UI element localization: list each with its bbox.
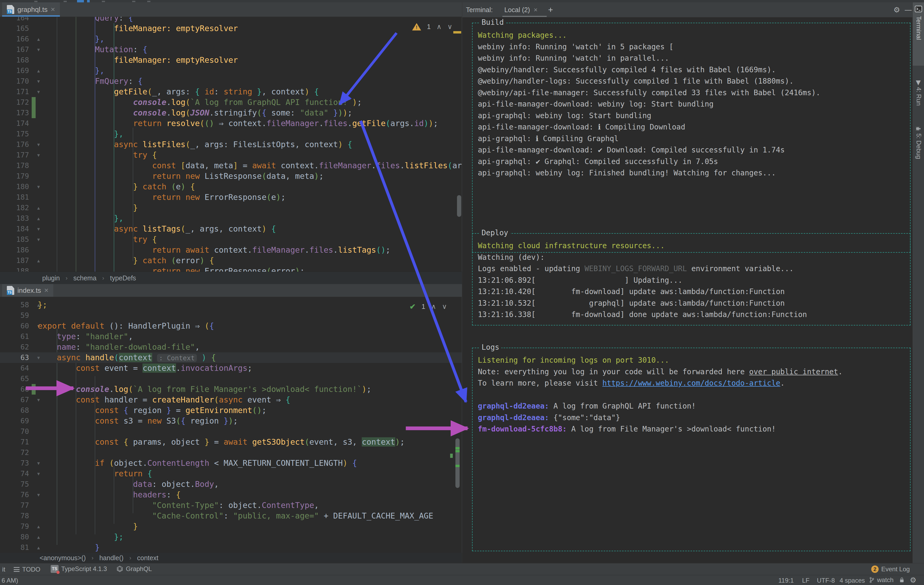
next-problem-icon[interactable]: ∨ <box>442 303 447 311</box>
close-icon[interactable]: × <box>534 6 538 14</box>
line-number: 173 <box>0 108 29 118</box>
text-token <box>38 458 95 468</box>
code-line-183[interactable]: 183▴ }, <box>0 213 462 224</box>
logs-log[interactable]: Listening for incoming logs on port 3010… <box>473 348 910 551</box>
editor-graphql-ts[interactable]: 164 Query: {165 fileManager: emptyResolv… <box>0 17 462 272</box>
code-line-66[interactable]: 66 console.log(`A log from File Manager'… <box>0 384 462 395</box>
editor-index-ts[interactable]: 58▴};5960▾export default (): HandlerPlug… <box>0 297 462 553</box>
terminal-line <box>478 389 910 400</box>
line-separator[interactable]: LF <box>802 577 810 584</box>
code-line-67[interactable]: 67▾ const handler = createHandler(async … <box>0 395 462 405</box>
build-log[interactable]: Watching packages...webiny info: Running… <box>473 23 910 252</box>
close-icon[interactable]: × <box>51 5 55 14</box>
code-line-176[interactable]: 176▾ async listFiles(_, args: FilesListO… <box>0 139 462 150</box>
code-line-72[interactable]: 72 <box>0 447 462 458</box>
close-icon[interactable]: × <box>45 286 49 295</box>
code-line-177[interactable]: 177▾ try { <box>0 150 462 160</box>
code-line-182[interactable]: 182▴ } <box>0 203 462 213</box>
file-encoding[interactable]: UTF-8 <box>817 577 835 584</box>
code-line-75[interactable]: 75 data: object.Body, <box>0 479 462 489</box>
code-line-181[interactable]: 181 return new ErrorResponse(e); <box>0 192 462 203</box>
event-log-button[interactable]: 2 Event Log <box>871 565 910 573</box>
text-token <box>38 97 133 107</box>
code-line-73[interactable]: 73▾ if (object.ContentLength < MAX_RETUR… <box>0 458 462 468</box>
code-line-179[interactable]: 179 return new ListResponse(data, meta); <box>0 171 462 181</box>
typescript-service-button[interactable]: TS TypeScript 4.1.3 <box>51 565 107 573</box>
code-line-187[interactable]: 187▴ } catch (error) { <box>0 255 462 266</box>
breadcrumb-item[interactable]: <anonymous>() <box>40 554 86 562</box>
code-line-77[interactable]: 77 "Content-Type": object.ContentType, <box>0 500 462 511</box>
terminal-tab-local[interactable]: Local (2) <box>504 6 530 14</box>
settings-gear-icon[interactable]: ⚙ <box>910 576 916 585</box>
code-line-62[interactable]: 62 name: "handler-download-file", <box>0 342 462 353</box>
text-token: Body <box>195 480 214 489</box>
code-line-65[interactable]: 65 <box>0 374 462 384</box>
code-line-172[interactable]: 172 console.log(`A log from GraphQL API … <box>0 97 462 108</box>
code-line-173[interactable]: 173 console.log(JSON.stringify({ some: "… <box>0 108 462 118</box>
text-token <box>252 87 257 96</box>
git-toolwindow-button-clipped[interactable]: it <box>2 566 5 573</box>
scrollbar-thumb[interactable] <box>457 195 461 217</box>
code-line-165[interactable]: 165 fileManager: emptyResolver <box>0 23 462 34</box>
code-line-178[interactable]: 178 const [data, meta] = await context.f… <box>0 160 462 171</box>
terminal-settings-gear-icon[interactable]: ⚙ <box>893 5 900 14</box>
code-line-175[interactable]: 175 }, <box>0 129 462 139</box>
code-line-79[interactable]: 79▴ } <box>0 521 462 532</box>
code-line-74[interactable]: 74▾ return { <box>0 468 462 479</box>
code-line-59[interactable]: 59 <box>0 310 462 321</box>
readonly-lock-icon[interactable] <box>899 577 904 583</box>
stripe-run-label[interactable]: ▶ 4: Run <box>915 81 922 106</box>
tab-index-ts[interactable]: TS index.ts × <box>2 284 53 297</box>
code-line-81[interactable]: 81▴ } <box>0 542 462 553</box>
inspection-widget[interactable]: ! 1 ∧ ∨ <box>412 23 452 31</box>
todo-toolwindow-button[interactable]: TODO <box>14 566 40 573</box>
code-line-69[interactable]: 69 const s3 = new S3({ region }); <box>0 416 462 426</box>
stripe-terminal-label[interactable]: Terminal <box>915 16 922 40</box>
code-line-167[interactable]: 167▾ Mutation: { <box>0 44 462 55</box>
scrollbar-thumb[interactable] <box>455 438 460 488</box>
code-line-80[interactable]: 80▴ }; <box>0 532 462 542</box>
new-terminal-tab-button[interactable]: + <box>548 5 553 15</box>
prev-problem-icon[interactable]: ∧ <box>436 23 441 31</box>
breadcrumb-item[interactable]: schema <box>73 274 97 282</box>
minimize-icon[interactable]: — <box>905 6 912 14</box>
caret-position[interactable]: 119:1 <box>778 577 794 584</box>
code-line-171[interactable]: 171▾ getFile(_, args: { id: string }, co… <box>0 87 462 97</box>
code-line-185[interactable]: 185▾ try { <box>0 234 462 245</box>
deploy-log[interactable]: Watching cloud infrastructure resources.… <box>473 234 910 325</box>
code-line-78[interactable]: 78 "Cache-Control": "public, max-age=" +… <box>0 511 462 521</box>
code-line-168[interactable]: 168 fileManager: emptyResolver <box>0 55 462 66</box>
next-problem-icon[interactable]: ∨ <box>447 23 452 31</box>
code-line-174[interactable]: 174 return resolve(() ⇒ context.fileMana… <box>0 118 462 129</box>
code-line-184[interactable]: 184▾ async listTags(_, args, context) { <box>0 224 462 234</box>
tab-graphql-ts[interactable]: TS graphql.ts × <box>2 2 60 16</box>
code-line-70[interactable]: 70 <box>0 426 462 437</box>
code-line-188[interactable]: 188 return new ErrorResponse(error); <box>0 266 462 272</box>
code-line-63[interactable]: 63▾ async handle(context : Context ) { <box>0 353 462 363</box>
graphql-toolwindow-button[interactable]: GraphQL <box>116 565 152 573</box>
terminal-link[interactable]: https://www.webiny.com/docs/todo-article <box>602 379 780 387</box>
code-line-58[interactable]: 58▴}; <box>0 300 462 310</box>
git-branch-widget[interactable]: watch <box>869 576 894 584</box>
code-line-60[interactable]: 60▾export default (): HandlerPlugin ⇒ ({ <box>0 321 462 331</box>
code-line-164[interactable]: 164 Query: { <box>0 17 462 23</box>
indent-setting[interactable]: 4 spaces <box>840 577 865 584</box>
breadcrumb-item[interactable]: handle() <box>99 554 124 562</box>
breadcrumb-item[interactable]: typeDefs <box>110 274 136 282</box>
code-line-180[interactable]: 180▾ } catch (e) { <box>0 181 462 192</box>
code-line-64[interactable]: 64 const event = context.invocationArgs; <box>0 363 462 374</box>
breadcrumb-item[interactable]: plugin <box>42 274 60 282</box>
code-line-186[interactable]: 186 return await context.fileManager.fil… <box>0 245 462 255</box>
prev-problem-icon[interactable]: ∧ <box>431 303 436 311</box>
code-line-166[interactable]: 166▴ }, <box>0 34 462 44</box>
code-line-68[interactable]: 68 const { region } = getEnvironment(); <box>0 405 462 416</box>
code-line-169[interactable]: 169▴ }, <box>0 66 462 76</box>
code-line-170[interactable]: 170▾ FmQuery: { <box>0 76 462 87</box>
stripe-debug-label[interactable]: 5: Debug <box>915 126 922 159</box>
code-line-61[interactable]: 61 type: "handler", <box>0 331 462 342</box>
text-token: = <box>133 416 147 425</box>
code-line-71[interactable]: 71 const { params, object } = await getS… <box>0 437 462 447</box>
code-line-76[interactable]: 76▾ headers: { <box>0 489 462 500</box>
breadcrumb-item[interactable]: context <box>137 554 158 562</box>
inspection-widget[interactable]: ✔ 1 ∧ ∨ <box>409 302 447 311</box>
